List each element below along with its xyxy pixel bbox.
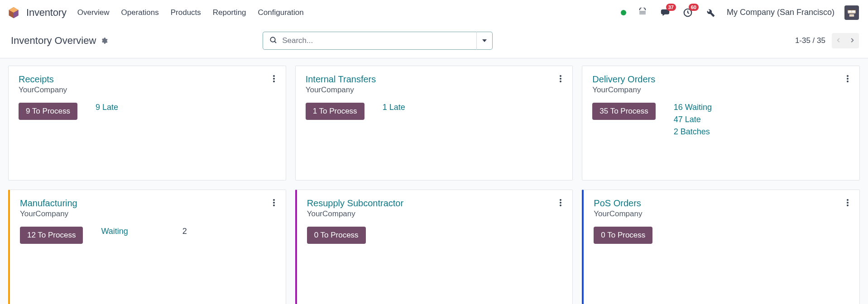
- pager-prev-button[interactable]: [832, 33, 845, 48]
- messages-icon[interactable]: 37: [659, 6, 671, 19]
- card-stat-link[interactable]: 2 Batches: [674, 127, 712, 137]
- app-logo-icon[interactable]: [7, 6, 20, 19]
- svg-point-37: [273, 202, 275, 204]
- svg-point-40: [560, 202, 561, 204]
- search-icon: [269, 36, 278, 46]
- pager-buttons: [832, 33, 859, 48]
- card-title[interactable]: Resupply Subcontractor: [307, 198, 403, 209]
- nav-reporting[interactable]: Reporting: [213, 8, 246, 17]
- svg-point-3: [640, 11, 641, 12]
- card-kebab-menu[interactable]: [272, 198, 276, 209]
- card-kebab-menu[interactable]: [846, 198, 849, 209]
- svg-point-42: [847, 199, 849, 201]
- card-header: ReceiptsYourCompany: [19, 74, 276, 95]
- svg-point-13: [640, 13, 641, 14]
- kanban-card[interactable]: Internal TransfersYourCompany1 To Proces…: [295, 66, 573, 180]
- card-title[interactable]: Delivery Orders: [592, 74, 655, 85]
- svg-point-33: [847, 75, 849, 77]
- presence-status-icon: [621, 10, 626, 15]
- svg-point-16: [643, 13, 644, 14]
- voip-phone-icon[interactable]: [636, 6, 649, 19]
- svg-point-29: [273, 81, 275, 82]
- svg-point-7: [645, 11, 646, 12]
- kebab-icon: [847, 200, 849, 208]
- process-button[interactable]: 9 To Process: [19, 103, 77, 120]
- svg-point-39: [560, 199, 561, 201]
- card-subtitle: YourCompany: [306, 86, 376, 95]
- svg-rect-23: [849, 14, 854, 16]
- card-title[interactable]: Receipts: [19, 74, 67, 85]
- svg-point-34: [847, 78, 849, 80]
- card-stat-link[interactable]: 1 Late: [383, 103, 405, 112]
- svg-point-43: [847, 202, 849, 204]
- card-header: PoS OrdersYourCompany: [594, 198, 849, 218]
- nav-overview[interactable]: Overview: [77, 8, 110, 17]
- card-stat-label[interactable]: Waiting: [101, 227, 128, 236]
- search-options-toggle[interactable]: [476, 32, 493, 50]
- activities-clock-icon[interactable]: 60: [681, 6, 694, 19]
- activities-badge: 60: [689, 4, 699, 11]
- card-kebab-menu[interactable]: [559, 74, 562, 85]
- nav-menu: Overview Operations Products Reporting C…: [77, 8, 304, 17]
- card-subtitle: YourCompany: [592, 86, 655, 95]
- kanban-card[interactable]: PoS OrdersYourCompany0 To Process: [582, 190, 860, 304]
- svg-point-14: [641, 13, 642, 14]
- card-body: 35 To Process16 Waiting47 Late2 Batches: [592, 103, 849, 137]
- tools-wrench-icon[interactable]: [704, 6, 717, 19]
- svg-point-41: [560, 204, 561, 206]
- card-title[interactable]: PoS Orders: [594, 198, 642, 209]
- card-kebab-menu[interactable]: [272, 74, 276, 85]
- card-body: 9 To Process9 Late: [19, 103, 276, 120]
- caret-down-icon: [482, 37, 487, 44]
- process-button[interactable]: 12 To Process: [20, 227, 83, 244]
- kanban-card[interactable]: ManufacturingYourCompany12 To ProcessWai…: [8, 190, 286, 304]
- search-input[interactable]: [282, 36, 472, 45]
- search-box[interactable]: [263, 32, 476, 50]
- svg-point-9: [641, 12, 642, 13]
- user-avatar[interactable]: [844, 5, 859, 20]
- card-header: Internal TransfersYourCompany: [306, 74, 563, 95]
- card-header: Resupply SubcontractorYourCompany: [307, 198, 563, 218]
- process-button[interactable]: 35 To Process: [592, 103, 655, 120]
- card-stats: 16 Waiting47 Late2 Batches: [674, 103, 712, 137]
- nav-right: 37 60 My Company (San Francisco): [621, 5, 859, 20]
- svg-point-38: [273, 204, 275, 206]
- page-title: Inventory Overview: [11, 35, 96, 47]
- card-stat-link[interactable]: 16 Waiting: [674, 103, 712, 112]
- nav-operations[interactable]: Operations: [121, 8, 159, 17]
- kebab-icon: [560, 76, 561, 84]
- nav-configuration[interactable]: Configuration: [258, 8, 304, 17]
- pager-next-button[interactable]: [845, 33, 859, 48]
- card-subtitle: YourCompany: [594, 209, 642, 218]
- svg-point-44: [847, 204, 849, 206]
- nav-products[interactable]: Products: [171, 8, 201, 17]
- card-kebab-menu[interactable]: [846, 74, 849, 85]
- svg-point-8: [640, 12, 641, 13]
- kanban-card[interactable]: Resupply SubcontractorYourCompany0 To Pr…: [295, 190, 573, 304]
- svg-point-11: [643, 12, 644, 13]
- card-title[interactable]: Internal Transfers: [306, 74, 376, 85]
- process-button[interactable]: 0 To Process: [307, 227, 366, 244]
- card-stat-link[interactable]: 47 Late: [674, 115, 712, 124]
- company-selector[interactable]: My Company (San Francisco): [727, 8, 834, 17]
- card-body: 0 To Process: [307, 227, 563, 244]
- card-kebab-menu[interactable]: [559, 198, 562, 209]
- process-button[interactable]: 0 To Process: [594, 227, 652, 244]
- kebab-icon: [273, 200, 275, 208]
- svg-point-10: [642, 12, 643, 13]
- svg-point-15: [642, 13, 643, 14]
- card-title[interactable]: Manufacturing: [20, 198, 77, 209]
- view-settings-gear-icon[interactable]: [101, 37, 108, 44]
- pager-text: 1-35 / 35: [795, 36, 825, 45]
- card-stat-link[interactable]: 9 Late: [96, 103, 118, 112]
- card-stat-plain: Waiting2: [101, 227, 187, 236]
- kanban-card[interactable]: ReceiptsYourCompany9 To Process9 Late: [8, 66, 286, 180]
- process-button[interactable]: 1 To Process: [306, 103, 364, 120]
- card-header: ManufacturingYourCompany: [20, 198, 276, 218]
- top-navbar: Inventory Overview Operations Products R…: [0, 0, 868, 25]
- app-name[interactable]: Inventory: [26, 7, 67, 19]
- kanban-card[interactable]: Delivery OrdersYourCompany35 To Process1…: [582, 66, 860, 180]
- card-subtitle: YourCompany: [19, 86, 67, 95]
- kanban-board: ReceiptsYourCompany9 To Process9 LateInt…: [0, 58, 868, 304]
- svg-point-17: [645, 13, 646, 14]
